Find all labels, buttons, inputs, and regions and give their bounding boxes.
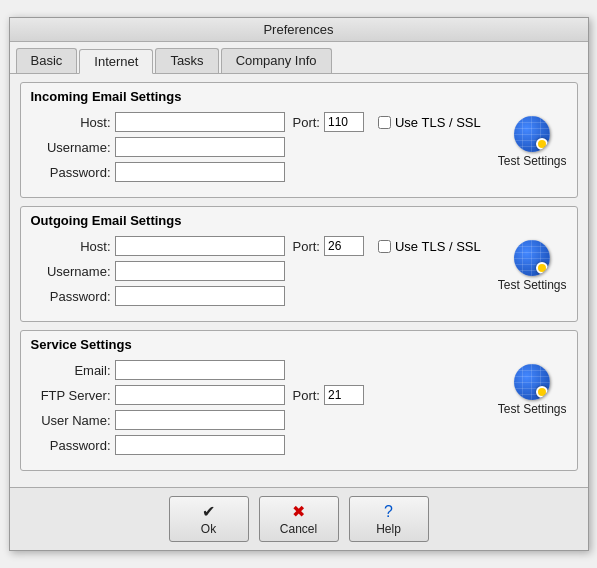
incoming-tls-label: Use TLS / SSL — [395, 115, 481, 130]
title-bar: Preferences — [10, 18, 588, 42]
incoming-test-label: Test Settings — [498, 154, 567, 168]
help-icon: ? — [384, 502, 393, 521]
outgoing-test-settings-button[interactable]: Test Settings — [498, 240, 567, 292]
cancel-icon: ✖ — [292, 502, 305, 521]
service-password-row: Password: — [31, 435, 488, 455]
outgoing-section-title: Outgoing Email Settings — [31, 213, 567, 228]
service-ftp-input[interactable] — [115, 385, 285, 405]
service-ftp-label: FTP Server: — [31, 388, 111, 403]
service-section-title: Service Settings — [31, 337, 567, 352]
incoming-username-input[interactable] — [115, 137, 285, 157]
outgoing-test-label: Test Settings — [498, 278, 567, 292]
outgoing-globe-cursor — [536, 262, 548, 274]
incoming-tls-checkbox[interactable] — [378, 116, 391, 129]
service-email-row: Email: — [31, 360, 488, 380]
content-area: Incoming Email Settings Host: Port: Use … — [10, 74, 588, 487]
help-button[interactable]: ? Help — [349, 496, 429, 541]
outgoing-port-input[interactable] — [324, 236, 364, 256]
incoming-section-title: Incoming Email Settings — [31, 89, 567, 104]
tab-basic[interactable]: Basic — [16, 48, 78, 73]
incoming-tls-wrap: Use TLS / SSL — [378, 115, 481, 130]
outgoing-right-col: Test Settings — [498, 240, 567, 292]
service-fields: Email: FTP Server: Port: User Name: — [31, 360, 488, 460]
service-test-label: Test Settings — [498, 402, 567, 416]
cancel-label: Cancel — [280, 522, 317, 536]
outgoing-fields: Host: Port: Use TLS / SSL Username: — [31, 236, 488, 311]
service-ftp-row: FTP Server: Port: — [31, 385, 488, 405]
incoming-globe-cursor — [536, 138, 548, 150]
service-test-settings-button[interactable]: Test Settings — [498, 364, 567, 416]
incoming-host-input[interactable] — [115, 112, 285, 132]
outgoing-username-input[interactable] — [115, 261, 285, 281]
incoming-test-settings-button[interactable]: Test Settings — [498, 116, 567, 168]
outgoing-globe-icon — [514, 240, 550, 276]
service-email-input[interactable] — [115, 360, 285, 380]
ok-button[interactable]: ✔ Ok — [169, 496, 249, 541]
incoming-fields: Host: Port: Use TLS / SSL Username: — [31, 112, 488, 187]
outgoing-tls-label: Use TLS / SSL — [395, 239, 481, 254]
service-username-label: User Name: — [31, 413, 111, 428]
incoming-username-label: Username: — [31, 140, 111, 155]
tab-internet[interactable]: Internet — [79, 49, 153, 74]
outgoing-port-label: Port: — [293, 239, 320, 254]
bottom-bar: ✔ Ok ✖ Cancel ? Help — [10, 487, 588, 549]
incoming-host-label: Host: — [31, 115, 111, 130]
outgoing-password-label: Password: — [31, 289, 111, 304]
outgoing-password-input[interactable] — [115, 286, 285, 306]
outgoing-host-label: Host: — [31, 239, 111, 254]
tab-company-info[interactable]: Company Info — [221, 48, 332, 73]
tab-tasks[interactable]: Tasks — [155, 48, 218, 73]
service-username-row: User Name: — [31, 410, 488, 430]
incoming-right-col: Test Settings — [498, 116, 567, 168]
service-right-col: Test Settings — [498, 364, 567, 416]
window-title: Preferences — [263, 22, 333, 37]
service-password-label: Password: — [31, 438, 111, 453]
help-label: Help — [376, 522, 401, 536]
service-globe-cursor — [536, 386, 548, 398]
outgoing-tls-wrap: Use TLS / SSL — [378, 239, 481, 254]
incoming-port-input[interactable] — [324, 112, 364, 132]
service-password-input[interactable] — [115, 435, 285, 455]
service-port-input[interactable] — [324, 385, 364, 405]
incoming-email-section: Incoming Email Settings Host: Port: Use … — [20, 82, 578, 198]
outgoing-email-section: Outgoing Email Settings Host: Port: Use … — [20, 206, 578, 322]
service-section: Service Settings Email: FTP Server: Port… — [20, 330, 578, 471]
service-email-label: Email: — [31, 363, 111, 378]
incoming-password-row: Password: — [31, 162, 488, 182]
outgoing-tls-checkbox[interactable] — [378, 240, 391, 253]
service-globe-icon — [514, 364, 550, 400]
incoming-password-label: Password: — [31, 165, 111, 180]
incoming-globe-icon — [514, 116, 550, 152]
tab-bar: Basic Internet Tasks Company Info — [10, 42, 588, 74]
incoming-host-row: Host: Port: Use TLS / SSL — [31, 112, 488, 132]
service-username-input[interactable] — [115, 410, 285, 430]
ok-label: Ok — [201, 522, 216, 536]
outgoing-host-row: Host: Port: Use TLS / SSL — [31, 236, 488, 256]
ok-icon: ✔ — [202, 502, 215, 521]
outgoing-password-row: Password: — [31, 286, 488, 306]
outgoing-username-label: Username: — [31, 264, 111, 279]
outgoing-host-input[interactable] — [115, 236, 285, 256]
preferences-window: Preferences Basic Internet Tasks Company… — [9, 17, 589, 550]
incoming-password-input[interactable] — [115, 162, 285, 182]
outgoing-username-row: Username: — [31, 261, 488, 281]
incoming-username-row: Username: — [31, 137, 488, 157]
incoming-port-label: Port: — [293, 115, 320, 130]
service-port-label: Port: — [293, 388, 320, 403]
cancel-button[interactable]: ✖ Cancel — [259, 496, 339, 541]
